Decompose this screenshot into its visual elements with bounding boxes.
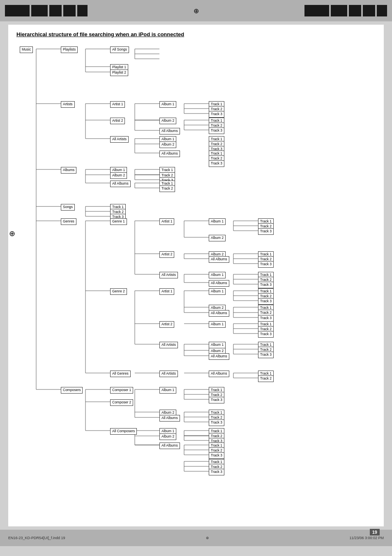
bottom-bar: EN16-23_KD-PDR54[UI]_f.indd 19 ⊕ 11/23/0… — [0, 530, 392, 546]
top-bar-block — [63, 5, 76, 16]
top-bar: ⊕ — [0, 0, 392, 21]
diagram: Music Playlists Artists Albums Songs Gen… — [16, 44, 376, 488]
node-g1-all-artists: All Artists — [159, 272, 178, 278]
connector-svg — [16, 44, 376, 488]
node-g2a1alb2-t3: Track 3 — [258, 315, 274, 322]
node-g2a1-album1: Album 1 — [209, 288, 226, 295]
node-g2-artist1: Artist 1 — [159, 288, 174, 295]
bottom-left-text: EN16-23_KD-PDR54[UI]_f.indd 19 — [8, 536, 65, 540]
node-c1-album1: Album 1 — [159, 387, 176, 394]
node-c1a1-track3: Track 3 — [209, 397, 224, 403]
node-music: Music — [20, 46, 33, 53]
main-content: Hierarchical structure of file searching… — [8, 25, 384, 526]
node-aa-album2: Album 2 — [159, 141, 176, 148]
node-albums: Albums — [61, 167, 76, 174]
node-c1-all-albums: All Albums — [159, 415, 180, 422]
node-acaa-track3: Track 3 — [209, 469, 224, 475]
node-a2-album2: Album 2 — [159, 118, 176, 124]
node-g2-artist2: Artist 2 — [159, 321, 174, 328]
node-composer2: Composer 2 — [110, 399, 133, 406]
node-g2aa-all-albums: All Albums — [209, 353, 229, 360]
page-number: 19 — [370, 529, 380, 535]
node-allalb-track2: Track 2 — [159, 185, 175, 192]
node-ag-t2: Track 2 — [258, 375, 274, 382]
node-genre2: Genre 2 — [110, 288, 127, 295]
top-bar-block — [304, 5, 329, 16]
compass-bottom: ⊕ — [206, 536, 209, 540]
top-bar-block — [77, 5, 88, 16]
node-g1aa-album2-b: All Albums — [209, 280, 229, 287]
node-g1-artist1: Artist 1 — [159, 218, 174, 225]
node-a1alb1-t3: Track 3 — [209, 111, 224, 118]
node-a1-all-albums: All Albums — [159, 128, 180, 134]
node-album2-alb: Album 2 — [110, 172, 127, 179]
node-g2a2-t3: Track 3 — [258, 331, 274, 338]
node-ag-all-artists: All Artists — [159, 371, 178, 377]
node-g1a1-album1: Album 1 — [209, 218, 226, 225]
top-bar-block — [331, 5, 347, 16]
top-bar-block — [5, 5, 30, 16]
node-a1-album1: Album 1 — [159, 101, 176, 108]
node-ac-album2: Album 2 — [159, 433, 176, 440]
left-compass: ⊕ — [9, 229, 15, 238]
node-g1a1-album2: Album 2 — [209, 235, 226, 241]
node-composer1: Composer 1 — [110, 387, 133, 394]
node-all-genres: All Genres — [110, 371, 131, 377]
node-songs: Songs — [61, 204, 75, 211]
node-artist1-a: Artist 1 — [110, 101, 125, 108]
node-g2-all-artists: All Artists — [159, 342, 178, 348]
node-genre1: Genre 1 — [110, 218, 127, 225]
node-g1a2alb-t3: Track 3 — [258, 261, 274, 268]
node-ac-all-albums: All Albums — [159, 442, 180, 449]
node-g2a2-album1: Album 1 — [209, 321, 226, 328]
node-ag-all-albums: All Albums — [209, 371, 229, 377]
top-bar-block — [349, 5, 361, 16]
node-composers: Composers — [61, 387, 83, 394]
node-all-songs: All Songs — [110, 46, 129, 53]
node-all-composers: All Composers — [110, 428, 137, 435]
compass-icon: ⊕ — [194, 7, 199, 15]
node-g1aa-album1: Album 1 — [209, 272, 226, 278]
top-bar-block — [31, 5, 48, 16]
node-playlist2: Playlist 2 — [110, 70, 128, 76]
node-g1aa-t3: Track 3 — [258, 282, 274, 288]
node-artists: Artists — [61, 101, 75, 108]
node-aca2-track3: Track 3 — [209, 452, 224, 459]
node-g2a1-all-albums: All Albums — [209, 310, 229, 317]
bottom-right-text: 11/23/06 3:00:02 PM — [349, 536, 384, 540]
node-g2aa-album1: Album 1 — [209, 342, 226, 348]
node-all-artists-a: All Artists — [110, 136, 129, 143]
top-bar-block — [363, 5, 375, 16]
node-aa-alb2-t3: Track 3 — [209, 160, 224, 167]
node-g1-artist2: Artist 2 — [159, 251, 174, 258]
node-g1a2-all-albums: All Albums — [209, 256, 229, 263]
page-title: Hierarchical structure of file searching… — [16, 31, 376, 37]
node-genres: Genres — [61, 218, 76, 225]
node-aa-all-albums: All Albums — [159, 151, 180, 157]
node-g2aa-alb1-t3: Track 3 — [258, 352, 274, 358]
node-g2a1alb1-t3: Track 3 — [258, 298, 274, 305]
node-playlists: Playlists — [61, 46, 78, 53]
node-a1alb2-t3: Track 3 — [209, 127, 224, 134]
node-all-albums-alb: All Albums — [110, 181, 131, 187]
top-bar-block — [377, 5, 387, 16]
node-c1a2-track3: Track 3 — [209, 419, 224, 426]
top-bar-block — [49, 5, 62, 16]
node-g1a1alb1-t3: Track 3 — [258, 228, 274, 235]
node-artist2-a: Artist 2 — [110, 118, 125, 124]
